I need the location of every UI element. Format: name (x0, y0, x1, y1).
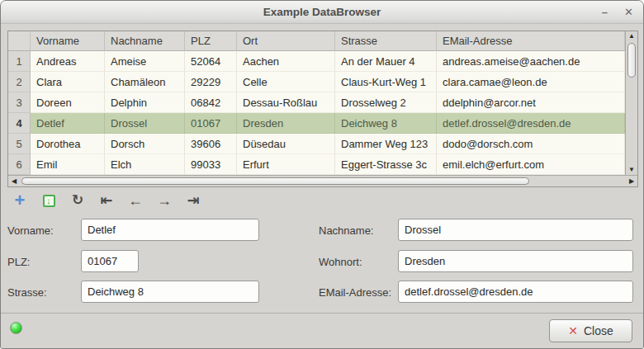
previous-record-icon: ← (128, 192, 143, 209)
close-button-label: Close (584, 324, 613, 337)
table-row[interactable]: 1 Andreas Ameise 52064 Aachen An der Mau… (8, 51, 625, 72)
nachname-field[interactable] (398, 219, 633, 241)
strasse-field[interactable] (81, 281, 259, 303)
email-label: EMail-Adresse: (319, 286, 391, 299)
column-header-strasse[interactable]: Strasse (335, 31, 437, 51)
cell-strasse: Deichweg 8 (335, 113, 437, 134)
column-header-corner (8, 31, 31, 51)
cell-strasse: Dammer Weg 123 (335, 134, 437, 154)
cell-ort: Dessau-Roßlau (237, 92, 335, 113)
wohnort-label: Wohnort: (319, 256, 362, 268)
cell-nachname: Chamäleon (105, 72, 185, 92)
horizontal-scrollbar[interactable]: ◀ ▶ (8, 175, 637, 186)
window-close-icon[interactable]: ✕ (623, 1, 635, 24)
email-field[interactable] (398, 281, 633, 303)
scroll-right-icon[interactable]: ▶ (627, 176, 637, 186)
vorname-field[interactable] (81, 219, 259, 241)
vertical-scrollbar[interactable]: ▲ ▼ (625, 31, 637, 175)
cell-plz: 29229 (185, 72, 237, 92)
refresh-icon: ↻ (72, 193, 83, 208)
table-row[interactable]: 6 Emil Elch 99033 Erfurt Eggert-Strasse … (8, 154, 625, 175)
row-number: 3 (8, 92, 31, 113)
cell-ort: Aachen (237, 51, 335, 72)
column-header-ort[interactable]: Ort (237, 31, 335, 51)
plz-label: PLZ: (7, 256, 30, 268)
cell-vorname: Detlef (31, 113, 105, 134)
minimize-icon[interactable]: – (600, 1, 609, 24)
cell-nachname: Delphin (105, 92, 185, 113)
horizontal-scrollbar-thumb[interactable] (21, 177, 529, 185)
cell-nachname: Ameise (105, 51, 185, 72)
cell-plz: 99033 (185, 154, 237, 175)
close-x-icon: ✕ (568, 324, 578, 337)
plz-field[interactable] (81, 250, 139, 272)
cell-vorname: Clara (31, 72, 105, 92)
cell-vorname: Doreen (31, 92, 105, 113)
row-number: 5 (8, 134, 31, 154)
cell-plz: 52064 (185, 51, 237, 72)
cell-nachname: Elch (105, 154, 185, 175)
cell-ort: Celle (237, 72, 335, 92)
column-header-nachname[interactable]: Nachname (105, 31, 185, 51)
first-record-button[interactable]: ⇤ (97, 191, 116, 210)
table-row-selected[interactable]: 4 Detlef Drossel 01067 Dresden Deichweg … (8, 113, 625, 134)
first-record-icon: ⇤ (100, 192, 112, 209)
footer-bar: ✕ Close (1, 314, 643, 348)
column-header-plz[interactable]: PLZ (185, 31, 237, 51)
table-grid: Vorname Nachname PLZ Ort Strasse EMail-A… (8, 31, 625, 175)
cell-email: clara.camae@leon.de (437, 72, 625, 92)
cell-strasse: An der Mauer 4 (335, 51, 437, 72)
cell-strasse: Eggert-Strasse 3c (335, 154, 437, 175)
cell-strasse: Claus-Kurt-Weg 1 (335, 72, 437, 92)
refresh-button[interactable]: ↻ (69, 191, 87, 210)
cell-ort: Dresden (237, 113, 335, 134)
cell-plz: 39606 (185, 134, 237, 154)
scroll-down-icon[interactable]: ▼ (626, 167, 637, 173)
titlebar: Example DataBrowser – ✕ (1, 1, 643, 24)
add-record-button[interactable]: + (11, 191, 29, 210)
cell-strasse: Drosselweg 2 (335, 92, 437, 113)
last-record-icon: ⇥ (187, 192, 199, 209)
cell-email: dodo@dorsch.com (437, 134, 625, 154)
status-led-icon (10, 322, 22, 334)
cell-email: ddelphin@arcor.net (437, 92, 625, 113)
plus-icon: + (15, 191, 26, 210)
row-number: 6 (8, 154, 31, 175)
table-row[interactable]: 5 Dorothea Dorsch 39606 Düsedau Dammer W… (8, 134, 625, 154)
table-row[interactable]: 2 Clara Chamäleon 29229 Celle Claus-Kurt… (8, 72, 625, 92)
cell-ort: Düsedau (237, 134, 335, 154)
column-header-vorname[interactable]: Vorname (31, 31, 105, 51)
close-button[interactable]: ✕ Close (549, 319, 632, 342)
cell-vorname: Andreas (31, 51, 105, 72)
app-window: Example DataBrowser – ✕ Vorname Nachname… (0, 0, 644, 349)
nachname-label: Nachname: (319, 224, 373, 237)
column-header-email[interactable]: EMail-Adresse (437, 31, 625, 51)
table-header-row: Vorname Nachname PLZ Ort Strasse EMail-A… (8, 31, 625, 51)
scroll-left-icon[interactable]: ◀ (9, 176, 19, 186)
cell-email: emil.elch@erfurt.com (437, 154, 625, 175)
scroll-up-icon[interactable]: ▲ (626, 33, 637, 40)
window-controls: – ✕ (600, 1, 635, 24)
save-icon: ↓ (43, 195, 55, 207)
post-record-button[interactable]: ↓ (40, 191, 58, 210)
cell-ort: Erfurt (237, 154, 335, 175)
table-row[interactable]: 3 Doreen Delphin 06842 Dessau-Roßlau Dro… (8, 92, 625, 113)
previous-record-button[interactable]: ← (126, 191, 144, 210)
next-record-icon: → (157, 192, 172, 209)
cell-plz: 01067 (185, 113, 237, 134)
wohnort-field[interactable] (398, 250, 633, 272)
vertical-scrollbar-thumb[interactable] (627, 43, 636, 78)
data-table: Vorname Nachname PLZ Ort Strasse EMail-A… (7, 31, 638, 187)
row-number: 1 (8, 51, 31, 72)
vorname-label: Vorname: (7, 224, 54, 237)
cell-plz: 06842 (185, 92, 237, 113)
row-number: 4 (8, 113, 31, 134)
window-title: Example DataBrowser (263, 6, 381, 18)
cell-email: andreas.ameise@aachen.de (437, 51, 625, 72)
cell-vorname: Dorothea (31, 134, 105, 154)
record-toolbar: + ↓ ↻ ⇤ ← → ⇥ (7, 188, 202, 213)
last-record-button[interactable]: ⇥ (184, 191, 202, 210)
cell-nachname: Dorsch (105, 134, 185, 154)
next-record-button[interactable]: → (155, 191, 173, 210)
strasse-label: Strasse: (7, 286, 47, 299)
